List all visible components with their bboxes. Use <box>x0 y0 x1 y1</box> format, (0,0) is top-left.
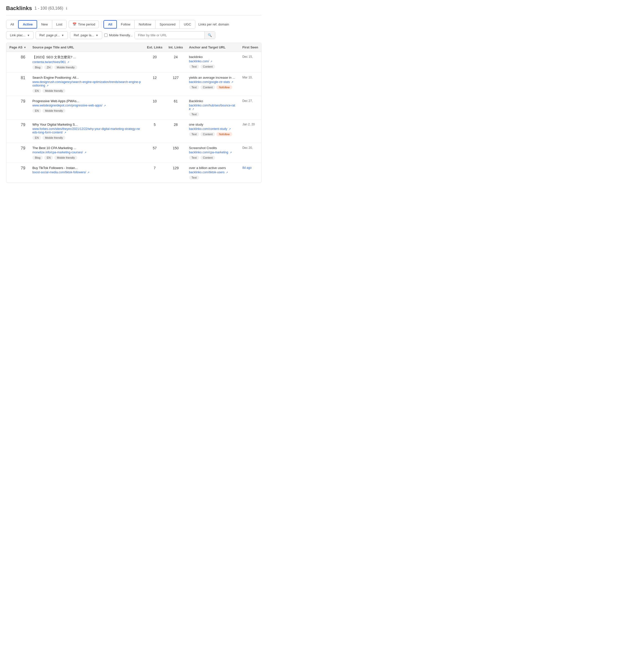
link-type-ugc-button[interactable]: UGC <box>180 20 195 28</box>
first-seen-cell: Mar 10, <box>239 73 261 96</box>
anchor-url[interactable]: backlinko.com/cpa-marketing ↗ <box>189 151 236 154</box>
source-tags: ENMobile friendly <box>32 89 141 93</box>
backlinks-table-wrap: Page AS ▼ Source page Title and URL Ext.… <box>6 43 261 183</box>
anchor-text: yields an average increase in ... <box>189 76 236 79</box>
int-links-cell: 61 <box>166 96 186 120</box>
anchor-text: backlinko <box>189 55 236 59</box>
anchor-tag: Nofollow <box>216 85 232 89</box>
source-cell: 【2023】SEO 文章怎麼寫? ...contenta.tw/archives… <box>29 52 144 73</box>
source-title: Why Your Digital Marketing S... <box>32 123 141 126</box>
anchor-text: Screenshot Credits <box>189 146 236 150</box>
toolbar-row-2: Link plac... ▼ Ref. page pl... ▼ Ref. pa… <box>6 31 261 39</box>
tag: Mobile friendly <box>42 89 65 93</box>
tag: ZH <box>44 65 53 69</box>
ext-links-cell: 12 <box>144 73 165 96</box>
tag: Mobile friendly <box>42 136 65 140</box>
time-period-button[interactable]: 📅 Time period <box>69 20 99 28</box>
ref-page-la-dropdown[interactable]: Ref. page la... ▼ <box>70 31 102 39</box>
ref-page-pl-label: Ref. page pl... <box>39 33 60 37</box>
anchor-url[interactable]: backlinko.com/ ↗ <box>189 59 236 63</box>
anchor-tag: Text <box>189 155 199 160</box>
anchor-text: over a billion active users <box>189 166 236 170</box>
anchor-url[interactable]: backlinko.com/google-ctr-stats ↗ <box>189 80 236 84</box>
first-seen-cell: 8d ago <box>239 163 261 183</box>
ref-page-pl-dropdown[interactable]: Ref. page pl... ▼ <box>36 31 68 39</box>
anchor-tag: Text <box>189 65 199 69</box>
filter-active-button[interactable]: Active <box>18 20 37 28</box>
filter-input[interactable] <box>135 31 205 39</box>
anchor-cell: over a billion active usersbacklinko.com… <box>186 163 239 183</box>
backlinks-count: 1 - 100 (63,166) <box>34 6 63 10</box>
table-row: 79Buy TikTok Followers - Instan...boost-… <box>6 163 261 183</box>
ext-links-cell: 5 <box>144 120 165 143</box>
first-seen-cell: Dec 20, <box>239 143 261 163</box>
anchor-cell: one studybacklinko.com/content-study ↗Te… <box>186 120 239 143</box>
first-seen-cell: Dec 27, <box>239 96 261 120</box>
chevron-down-icon: ▼ <box>27 34 30 37</box>
external-link-icon-2: ↗ <box>230 151 232 154</box>
filter-all-button[interactable]: All <box>6 20 18 28</box>
col-anchor: Anchor and Target URL <box>186 43 239 52</box>
table-header-row: Page AS ▼ Source page Title and URL Ext.… <box>6 43 261 52</box>
link-type-follow-button[interactable]: Follow <box>117 20 135 28</box>
source-title: 【2023】SEO 文章怎麼寫? ... <box>32 55 141 59</box>
link-type-nofollow-button[interactable]: Nofollow <box>135 20 156 28</box>
source-url[interactable]: boost-social-media.com/tiktok-followers/… <box>32 170 141 174</box>
external-link-icon: ↗ <box>104 104 106 107</box>
source-url[interactable]: www.webdesignerdepot.com/progressive-web… <box>32 104 141 107</box>
source-tags: BlogENMobile friendly <box>32 155 141 160</box>
source-url[interactable]: monetize.info/cpa-marketing-courses/ ↗ <box>32 151 141 154</box>
as-cell: 79 <box>6 96 29 120</box>
as-cell: 79 <box>6 163 29 183</box>
links-per-domain-label: Links per ref. domain <box>198 22 229 26</box>
source-url[interactable]: contenta.tw/archives/961 ↗ <box>32 60 141 64</box>
anchor-tags: TextContentNofollow <box>189 85 236 89</box>
external-link-icon: ↗ <box>87 171 89 174</box>
search-button[interactable]: 🔍 <box>205 31 215 39</box>
table-row: 79Why Your Digital Marketing S...www.for… <box>6 120 261 143</box>
link-type-all-button[interactable]: All <box>103 20 117 28</box>
source-url[interactable]: www.forbes.com/sites/theyec/2021/12/22/w… <box>32 127 141 134</box>
as-cell: 86 <box>6 52 29 73</box>
link-type-sponsored-button[interactable]: Sponsored <box>156 20 180 28</box>
ext-links-cell: 20 <box>144 52 165 73</box>
info-icon[interactable]: ℹ <box>66 6 67 10</box>
mobile-friendly-checkbox[interactable] <box>104 33 108 37</box>
anchor-tag: Nofollow <box>216 132 232 136</box>
source-url[interactable]: www.designrush.com/agency/search-engine-… <box>32 80 141 87</box>
link-type-button-group: All Follow Nofollow Sponsored UGC <box>103 20 195 29</box>
source-cell: Search Engine Positioning: All...www.des… <box>29 73 144 96</box>
table-row: 79Progressive Web Apps (PWAs...www.webde… <box>6 96 261 120</box>
col-first-seen: First Seen <box>239 43 261 52</box>
table-row: 81Search Engine Positioning: All...www.d… <box>6 73 261 96</box>
ext-links-cell: 10 <box>144 96 165 120</box>
page-title: Backlinks <box>6 5 32 11</box>
source-cell: Why Your Digital Marketing S...www.forbe… <box>29 120 144 143</box>
first-seen-cell: Dec 15, <box>239 52 261 73</box>
calendar-icon: 📅 <box>72 22 76 26</box>
as-cell: 79 <box>6 143 29 163</box>
int-links-cell: 150 <box>166 143 186 163</box>
anchor-url[interactable]: backlinko.com/hub/seo/bounce-rate ↗ <box>189 104 236 111</box>
tag: EN <box>32 136 41 140</box>
first-seen-cell: Jan 2, 20 <box>239 120 261 143</box>
external-link-icon: ↗ <box>64 131 66 134</box>
anchor-tag: Content <box>201 85 215 89</box>
tag: Mobile friendly <box>54 65 77 69</box>
anchor-url[interactable]: backlinko.com/content-study ↗ <box>189 127 236 131</box>
source-title: Buy TikTok Followers - Instan... <box>32 166 141 170</box>
col-int-links: Int. Links <box>166 43 186 52</box>
filter-new-button[interactable]: New <box>37 20 52 28</box>
anchor-cell: Screenshot Creditsbacklinko.com/cpa-mark… <box>186 143 239 163</box>
source-tags: ENMobile friendly <box>32 109 141 113</box>
table-row: 86【2023】SEO 文章怎麼寫? ...contenta.tw/archiv… <box>6 52 261 73</box>
anchor-tags: TextContentNofollow <box>189 132 236 136</box>
anchor-tag: Content <box>201 65 215 69</box>
external-link-icon-2: ↗ <box>210 60 212 63</box>
link-place-dropdown[interactable]: Link plac... ▼ <box>6 31 33 39</box>
filter-lost-button[interactable]: Lost <box>52 20 67 28</box>
tag: EN <box>32 89 41 93</box>
source-title: Progressive Web Apps (PWAs... <box>32 99 141 103</box>
col-page-as[interactable]: Page AS ▼ <box>6 43 29 52</box>
anchor-url[interactable]: backlinko.com/tiktok-users ↗ <box>189 170 236 174</box>
